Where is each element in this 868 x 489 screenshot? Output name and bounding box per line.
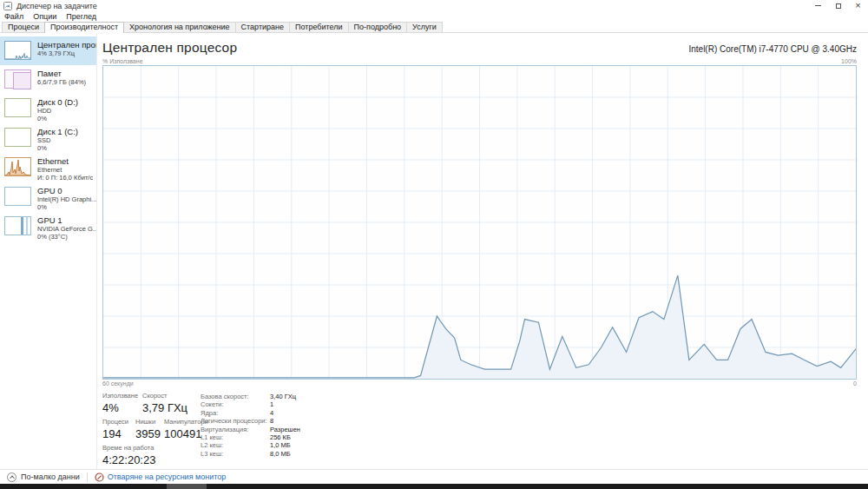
threads-label: Нишки — [135, 418, 164, 426]
taskbar-edge — [0, 484, 868, 489]
spec-label: L3 кеш: — [201, 450, 270, 458]
tab-processes[interactable]: Процеси — [2, 22, 45, 32]
sidebar-item-detail: 4% 3,79 ГХц — [37, 50, 96, 57]
sidebar-item-title: Ethernet — [37, 156, 93, 166]
sidebar-item-title: GPU 0 — [37, 186, 96, 195]
sidebar-item-detail: 0% (33°C) — [37, 233, 96, 241]
content-area: Централен процесор 4% 3,79 ГХц Памет 6,6… — [0, 33, 868, 469]
tab-services[interactable]: Услуги — [406, 22, 443, 32]
page-title: Централен процесор — [102, 40, 237, 56]
sidebar-item-detail: 0% — [37, 144, 78, 152]
speed-label: Скорост — [142, 392, 187, 400]
sidebar-item-disk1[interactable]: Диск 1 (C:) SSD 0% — [0, 123, 96, 153]
spec-label: Виртуализация: — [201, 426, 270, 433]
close-button[interactable]: × — [848, 0, 868, 11]
resource-monitor-label: Отваряне на ресурсния монитор — [108, 472, 227, 481]
window-title: Диспечер на задачите — [16, 2, 97, 10]
sidebar-item-title: GPU 1 — [37, 215, 96, 225]
tab-app-history[interactable]: Хронология на приложение — [123, 22, 236, 32]
taskbar-button-fragment — [167, 484, 207, 489]
performance-sidebar: Централен процесор 4% 3,79 ГХц Памет 6,6… — [0, 33, 97, 469]
sidebar-item-detail: SSD — [37, 136, 78, 144]
sidebar-item-detail: NVIDIA GeForce G... — [37, 225, 96, 233]
titlebar: Диспечер на задачите × — [0, 0, 868, 11]
cpu-model-label: Intel(R) Core(TM) i7-4770 CPU @ 3.40GHz — [688, 44, 857, 54]
menu-options[interactable]: Опции — [33, 12, 56, 21]
sidebar-item-detail: 6,6/7,9 ГБ (84%) — [37, 78, 86, 86]
sidebar-item-detail: 0% — [37, 203, 96, 211]
spec-label: Ядра: — [201, 409, 270, 417]
cpu-usage-chart — [102, 65, 857, 380]
spec-value: 1,0 МБ — [270, 441, 291, 449]
close-icon: × — [855, 1, 860, 10]
ethernet-mini-graph-icon — [4, 157, 31, 176]
cpu-performance-pane: Централен процесор Intel(R) Core(TM) i7-… — [97, 33, 868, 469]
spec-value: 4 — [270, 409, 273, 417]
spec-value: 8 — [270, 417, 273, 425]
tab-details[interactable]: По-подробно — [348, 22, 408, 32]
sidebar-item-detail: И: 0 П: 16,0 Кбит/с — [37, 174, 93, 182]
sidebar-item-cpu[interactable]: Централен процесор 4% 3,79 ГХц — [0, 36, 96, 65]
sidebar-item-detail: HDD — [37, 107, 78, 115]
spec-label: Логически процесори: — [201, 417, 270, 425]
fewer-details-button[interactable]: По-малко данни — [7, 472, 80, 482]
menu-view[interactable]: Преглед — [66, 12, 96, 21]
chevron-up-icon — [7, 472, 16, 482]
speed-value: 3,79 ГХц — [142, 401, 187, 414]
sidebar-item-memory[interactable]: Памет 6,6/7,9 ГБ (84%) — [0, 65, 96, 94]
sidebar-item-gpu1[interactable]: GPU 1 NVIDIA GeForce G... 0% (33°C) — [0, 212, 96, 241]
tabbar: Процеси Производителност Хронология на п… — [0, 21, 868, 33]
spec-value: 256 КБ — [270, 433, 291, 441]
menu-file[interactable]: Файл — [4, 12, 23, 21]
chart-x-max-label: 0 — [853, 380, 857, 387]
gpu1-mini-graph-icon — [4, 216, 31, 235]
spec-label: L2 кеш: — [201, 441, 270, 449]
minimize-icon — [815, 5, 821, 6]
threads-value: 3959 — [135, 427, 164, 440]
spec-label: Сокети: — [201, 400, 270, 408]
sidebar-item-detail: 0% — [37, 115, 78, 122]
memory-mini-graph-icon — [4, 69, 31, 89]
resource-monitor-icon — [95, 472, 104, 482]
open-resource-monitor-link[interactable]: Отваряне на ресурсния монитор — [95, 472, 227, 482]
restore-button[interactable] — [828, 0, 848, 11]
sidebar-item-disk0[interactable]: Диск 0 (D:) HDD 0% — [0, 94, 96, 123]
sidebar-item-ethernet[interactable]: Ethernet Ethernet И: 0 П: 16,0 Кбит/с — [0, 153, 96, 182]
spec-label: Базова скорост: — [201, 393, 270, 400]
tab-startup[interactable]: Стартиране — [235, 22, 290, 32]
task-manager-window: Диспечер на задачите × Файл Опции Прегле… — [0, 0, 868, 489]
spec-value: Разрешен — [270, 426, 300, 433]
sidebar-item-title: Памет — [37, 69, 86, 78]
tab-users[interactable]: Потребители — [289, 22, 349, 32]
processes-label: Процеси — [102, 418, 135, 426]
sidebar-item-detail: Ethernet — [37, 166, 93, 174]
disk1-mini-graph-icon — [4, 128, 31, 147]
cpu-spec-list: Базова скорост:3,40 ГХц Сокети:1 Ядра:4 … — [201, 393, 300, 458]
usage-label: Използване — [102, 392, 142, 400]
minimize-button[interactable] — [808, 0, 828, 11]
cpu-stats: Използване 4% Скорост 3,79 ГХц Процеси 1… — [102, 392, 857, 465]
chart-x-min-label: 60 секунди — [102, 380, 134, 387]
statusbar: По-малко данни Отваряне на ресурсния мон… — [0, 469, 868, 484]
spec-value: 3,40 ГХц — [270, 393, 296, 400]
spec-label: L1 кеш: — [201, 433, 270, 441]
sidebar-item-gpu0[interactable]: GPU 0 Intel(R) HD Graphi... 0% — [0, 182, 96, 212]
chart-y-max-label: 100% — [841, 58, 857, 64]
spec-value: 8,0 МБ — [270, 450, 291, 458]
processes-value: 194 — [102, 427, 135, 440]
chart-y-axis-label: % Използване — [102, 58, 143, 64]
spec-value: 1 — [270, 400, 273, 408]
cpu-mini-graph-icon — [4, 41, 31, 60]
statusbar-divider — [87, 472, 88, 482]
sidebar-item-title: Диск 0 (D:) — [37, 97, 78, 107]
task-manager-app-icon — [3, 2, 12, 10]
uptime-value: 4:22:20:23 — [102, 453, 155, 466]
sidebar-item-title: Диск 1 (C:) — [37, 127, 78, 136]
restore-icon — [836, 3, 841, 9]
tab-performance[interactable]: Производителност — [44, 22, 124, 33]
fewer-details-label: По-малко данни — [21, 472, 80, 481]
gpu0-mini-graph-icon — [4, 187, 31, 206]
usage-value: 4% — [102, 401, 142, 414]
menubar: Файл Опции Преглед — [0, 11, 868, 21]
sidebar-item-title: Централен процесор — [37, 40, 96, 50]
